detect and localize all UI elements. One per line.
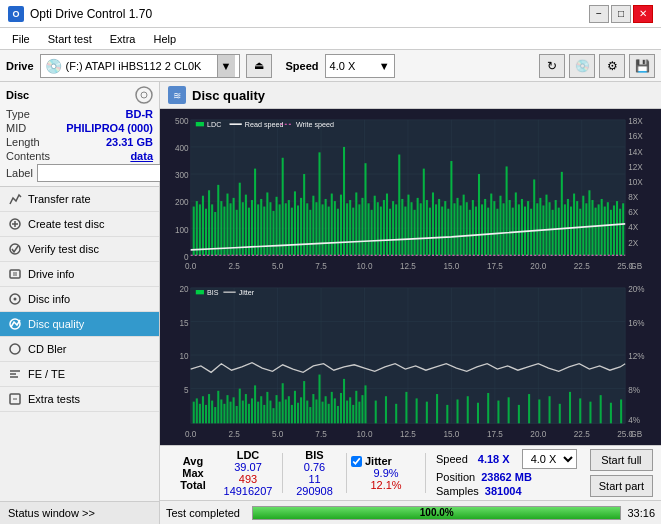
- start-full-button[interactable]: Start full: [590, 449, 653, 471]
- svg-rect-72: [217, 185, 219, 255]
- status-window-button[interactable]: Status window >>: [0, 501, 159, 524]
- svg-text:400: 400: [175, 143, 189, 153]
- svg-rect-95: [288, 200, 290, 255]
- svg-rect-300: [346, 401, 348, 424]
- content-area: ≋ Disc quality: [160, 82, 661, 524]
- svg-rect-320: [508, 397, 510, 423]
- start-part-button[interactable]: Start part: [590, 475, 653, 497]
- svg-rect-199: [607, 202, 609, 255]
- menu-extra[interactable]: Extra: [102, 31, 144, 47]
- sidebar-item-disc-info[interactable]: Disc info: [0, 287, 159, 312]
- jitter-checkbox[interactable]: [351, 456, 362, 467]
- speed-label: Speed: [436, 453, 468, 465]
- svg-rect-292: [322, 402, 324, 424]
- sidebar-item-verify-test-disc[interactable]: Verify test disc: [0, 237, 159, 262]
- sidebar-item-drive-info[interactable]: Drive info: [0, 262, 159, 287]
- total-label: Total: [168, 479, 218, 491]
- svg-rect-119: [361, 198, 363, 255]
- cd-bler-icon: [8, 342, 22, 356]
- svg-rect-177: [539, 198, 541, 255]
- drive-selector[interactable]: 💿 (F:) ATAPI iHBS112 2 CL0K ▼: [40, 54, 240, 78]
- svg-rect-113: [343, 147, 345, 255]
- svg-rect-138: [420, 203, 422, 255]
- sidebar-item-fe-te[interactable]: FE / TE: [0, 362, 159, 387]
- maximize-button[interactable]: □: [611, 5, 631, 23]
- svg-rect-319: [497, 401, 499, 424]
- sidebar-item-cd-bler[interactable]: CD Bler: [0, 337, 159, 362]
- sidebar-item-disc-quality[interactable]: Disc quality: [0, 312, 159, 337]
- eject-button[interactable]: ⏏: [246, 54, 272, 78]
- sidebar-item-create-test-disc[interactable]: Create test disc: [0, 212, 159, 237]
- svg-rect-201: [613, 205, 615, 255]
- close-button[interactable]: ✕: [633, 5, 653, 23]
- svg-rect-154: [469, 210, 471, 256]
- svg-rect-260: [223, 404, 225, 424]
- svg-rect-84: [254, 169, 256, 256]
- svg-rect-188: [573, 194, 575, 256]
- drive-dropdown-arrow[interactable]: ▼: [217, 55, 235, 77]
- cd-bler-label: CD Bler: [28, 343, 67, 355]
- svg-point-5: [10, 244, 20, 254]
- transfer-rate-icon: [8, 192, 22, 206]
- svg-rect-286: [303, 381, 305, 423]
- disc-contents-value[interactable]: data: [130, 150, 153, 162]
- svg-rect-266: [242, 401, 244, 424]
- svg-rect-108: [328, 207, 330, 256]
- svg-rect-277: [276, 395, 278, 423]
- svg-rect-299: [343, 379, 345, 423]
- svg-rect-174: [530, 209, 532, 256]
- samples-val: 381004: [485, 485, 522, 497]
- svg-rect-271: [257, 402, 259, 424]
- content-header-icon: ≋: [168, 86, 186, 104]
- sidebar-item-extra-tests[interactable]: Extra tests: [0, 387, 159, 412]
- minimize-button[interactable]: −: [589, 5, 609, 23]
- svg-text:20.0: 20.0: [530, 429, 546, 439]
- disc-label-input[interactable]: [37, 164, 170, 182]
- svg-rect-313: [436, 394, 438, 423]
- speed-selector[interactable]: 4.0 X ▼: [325, 54, 395, 78]
- content-title: Disc quality: [192, 88, 265, 103]
- disc-quality-icon: [8, 317, 22, 331]
- svg-rect-253: [202, 396, 204, 423]
- menu-file[interactable]: File: [4, 31, 38, 47]
- svg-rect-173: [527, 201, 529, 255]
- svg-rect-69: [208, 190, 210, 255]
- svg-text:Write speed: Write speed: [296, 120, 334, 129]
- jitter-max: 12.1%: [351, 479, 421, 491]
- drive-icon-refresh[interactable]: ↻: [539, 54, 565, 78]
- speed-dropdown-arrow[interactable]: ▼: [379, 60, 390, 72]
- svg-rect-93: [282, 158, 284, 256]
- svg-rect-268: [248, 404, 250, 424]
- menu-start-test[interactable]: Start test: [40, 31, 100, 47]
- svg-rect-70: [211, 204, 213, 255]
- svg-rect-66: [199, 204, 201, 255]
- drive-icon-settings[interactable]: ⚙: [599, 54, 625, 78]
- svg-rect-191: [582, 196, 584, 256]
- disc-type-label: Type: [6, 108, 30, 120]
- svg-text:8X: 8X: [628, 192, 638, 202]
- speed-dropdown[interactable]: 4.0 X: [522, 449, 577, 469]
- verify-test-disc-icon: [8, 242, 22, 256]
- drive-icon-disc[interactable]: 💿: [569, 54, 595, 78]
- menu-help[interactable]: Help: [145, 31, 184, 47]
- sidebar-item-transfer-rate[interactable]: Transfer rate: [0, 187, 159, 212]
- position-label: Position: [436, 471, 475, 483]
- svg-rect-181: [552, 210, 554, 256]
- svg-rect-259: [220, 399, 222, 423]
- svg-rect-147: [447, 209, 449, 256]
- svg-rect-287: [306, 401, 308, 424]
- svg-rect-322: [528, 394, 530, 423]
- disc-mid-value: PHILIPRO4 (000): [66, 122, 153, 134]
- drive-icon-save[interactable]: 💾: [629, 54, 655, 78]
- svg-rect-293: [325, 396, 327, 423]
- svg-text:15.0: 15.0: [443, 261, 459, 271]
- svg-text:16%: 16%: [628, 318, 645, 328]
- svg-rect-305: [361, 395, 363, 423]
- menu-bar: File Start test Extra Help: [0, 28, 661, 50]
- svg-rect-170: [518, 204, 520, 255]
- disc-panel-icon[interactable]: [135, 86, 153, 104]
- status-text: Test completed: [166, 507, 246, 519]
- svg-rect-114: [346, 203, 348, 255]
- svg-text:12X: 12X: [628, 161, 643, 171]
- svg-rect-117: [355, 192, 357, 255]
